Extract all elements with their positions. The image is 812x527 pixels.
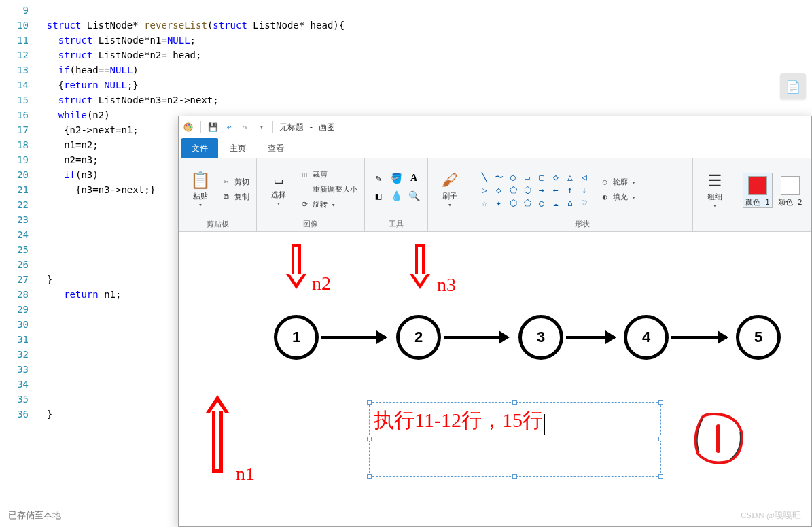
crop-button[interactable]: ◫裁剪 [298,167,359,182]
group-color1: 颜色 1 . [737,158,774,231]
side-copy-button[interactable]: 📄 [780,73,806,99]
group-clipboard: 📋 粘贴 ▾ ✂剪切 ⧉复制 剪贴板 [179,158,257,231]
text-caret [544,414,545,435]
outline-icon: ◯ [599,177,610,186]
group-color2: 颜色 2 . [774,158,811,231]
svg-point-2 [188,124,190,125]
edge-4-5 [671,336,727,339]
ribbon: 📋 粘贴 ▾ ✂剪切 ⧉复制 剪贴板 ▭ 选择 ▾ ◫裁剪 [179,158,811,232]
edge-1-2 [321,336,386,339]
pointer-n3-arrow [411,244,429,292]
node-label: 3 [537,328,545,346]
select-button[interactable]: ▭ 选择 ▾ [262,171,295,208]
resize-label: 重新调整大小 [313,184,357,194]
group-image: ▭ 选择 ▾ ◫裁剪 ⛶重新调整大小 ⟳旋转▾ 图像 [257,158,365,231]
resize-handle[interactable] [512,400,517,405]
resize-handle[interactable] [367,437,372,441]
shape-outline-button[interactable]: ◯轮廓▾ [598,175,637,190]
node-label: 5 [754,328,762,346]
clipboard-icon: 📋 [190,171,211,190]
rotate-icon: ⟳ [299,200,310,209]
zoom-tool[interactable]: 🔍 [406,190,422,207]
qat-undo-button[interactable]: ↶ [222,120,236,135]
rotate-button[interactable]: ⟳旋转▾ [298,197,359,212]
dropdown-caret-icon: ▾ [332,201,335,208]
copy-button[interactable]: ⧉复制 [219,190,251,205]
color2-button[interactable]: 颜色 2 [775,173,805,207]
svg-point-1 [186,125,188,127]
group-shapes-label: 形状 [478,218,687,230]
group-tools: ✎ 🪣 A ◧ 💧 🔍 工具 [365,158,428,231]
group-image-label: 图像 [262,218,359,230]
paste-button[interactable]: 📋 粘贴 ▾ [184,169,217,209]
cut-label: 剪切 [234,177,249,187]
group-shapes: ╲〜○▭▢◇△◁ ▷◇⬠⬡→←↑↓ ☆✦⬡⬠○☁⌂♡ ◯轮廓▾ ◐填充▾ 形状 [472,158,693,231]
edge-3-4 [566,336,615,339]
pointer-n1-arrow [207,395,228,477]
select-label: 选择 [271,190,286,200]
pointer-n2-label: n2 [312,273,331,294]
group-brush: 🖌 刷子 ▾ 刷子 [428,158,472,231]
color2-label: 颜色 2 [778,197,802,207]
outline-label: 轮廓 [613,177,628,187]
qat-save-button[interactable]: 💾 [205,120,220,135]
resize-handle[interactable] [367,400,372,405]
ribbon-tabbar: 文件 主页 查看 [179,138,811,158]
list-node-3: 3 [518,315,563,360]
thickness-label: 粗细 [707,192,722,202]
svg-point-4 [188,129,189,130]
group-clipboard-label: 剪贴板 [184,218,251,230]
list-node-5: 5 [736,315,781,360]
thickness-button[interactable]: ☰ 粗细 ▾ [699,170,731,210]
tab-view[interactable]: 查看 [258,138,294,158]
paint-titlebar[interactable]: 💾 ↶ ↷ ▾ 无标题 - 画图 [179,116,811,138]
brush-icon: 🖌 [442,171,458,190]
color2-swatch [781,176,800,195]
line-number-gutter: 9101112131415161718192021222324252627282… [0,0,35,527]
qat-redo-button[interactable]: ↷ [238,120,253,135]
color1-label: 颜色 1 [745,197,769,207]
pencil-tool[interactable]: ✎ [370,173,387,189]
dropdown-caret-icon: ▾ [448,201,451,208]
picker-tool[interactable]: 💧 [388,190,404,207]
svg-point-0 [184,123,192,131]
fill-label: 填充 [613,192,628,202]
brush-button[interactable]: 🖌 刷子 ▾ [434,169,466,209]
paint-canvas[interactable]: 1 2 3 4 5 n2 n3 n1 执行11-12行，15行 [179,232,811,526]
edge-2-3 [444,336,508,339]
dropdown-caret-icon: ▾ [632,194,635,201]
crop-label: 裁剪 [313,169,328,180]
shape-fill-button[interactable]: ◐填充▾ [598,190,637,205]
color1-swatch [748,176,767,195]
resize-button[interactable]: ⛶重新调整大小 [298,182,359,197]
eraser-tool[interactable]: ◧ [370,190,387,207]
text-tool[interactable]: A [406,173,422,189]
text-edit-box[interactable]: 执行11-12行，15行 [369,402,661,477]
shape-gallery[interactable]: ╲〜○▭▢◇△◁ ▷◇⬠⬡→←↑↓ ☆✦⬡⬠○☁⌂♡ [478,171,591,209]
resize-icon: ⛶ [299,185,310,194]
paint-window: 💾 ↶ ↷ ▾ 无标题 - 画图 文件 主页 查看 📋 粘贴 ▾ ✂剪切 ⧉复制 [178,116,812,527]
tab-file[interactable]: 文件 [181,138,218,158]
scissors-icon: ✂ [221,177,232,186]
color1-button[interactable]: 颜色 1 [743,173,773,208]
list-node-1: 1 [274,315,319,360]
resize-handle[interactable] [512,474,517,479]
resize-handle[interactable] [658,474,663,479]
bucket-tool[interactable]: 🪣 [388,173,404,189]
qat-customize-button[interactable]: ▾ [254,120,269,135]
node-label: 1 [292,328,300,346]
dropdown-caret-icon: ▾ [632,179,635,186]
cut-button[interactable]: ✂剪切 [219,175,251,190]
paste-label: 粘贴 [193,191,208,201]
tab-home[interactable]: 主页 [219,138,256,158]
paint-app-icon [183,122,194,133]
thickness-icon: ☰ [707,171,722,190]
node-label: 2 [414,328,423,346]
dropdown-caret-icon: ▾ [277,200,280,207]
resize-handle[interactable] [658,400,663,405]
resize-handle[interactable] [658,437,663,441]
resize-handle[interactable] [367,474,372,479]
node-label: 4 [642,328,650,346]
rotate-label: 旋转 [313,199,328,209]
brush-label: 刷子 [442,191,457,201]
